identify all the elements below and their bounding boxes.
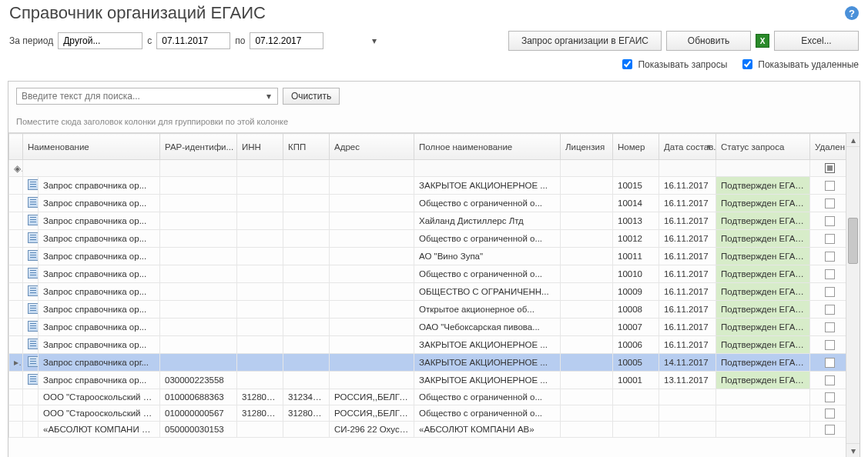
filter-icon[interactable]: ◈ — [9, 160, 23, 177]
table-row[interactable]: «АБСОЛЮТ КОМПАНИ АВ»050000030153СИ-296 2… — [9, 422, 846, 438]
cell-status — [716, 405, 810, 422]
chevron-down-icon[interactable]: ▾ — [372, 35, 377, 46]
cell-deleted[interactable] — [810, 354, 846, 372]
cell-deleted[interactable] — [810, 230, 846, 248]
request-org-button[interactable]: Запрос организации в ЕГАИС — [508, 31, 662, 51]
date-to-input[interactable] — [253, 35, 372, 47]
cell-rar — [160, 319, 237, 336]
cell-license — [561, 405, 613, 422]
show-deleted-checkbox[interactable]: Показывать удаленные — [739, 57, 859, 72]
row-indicator — [9, 230, 23, 248]
scroll-thumb[interactable] — [848, 218, 858, 264]
cell-deleted[interactable] — [810, 265, 846, 283]
table-row[interactable]: Запрос справочника ор...ОАО "Чебоксарска… — [9, 319, 846, 336]
cell-deleted[interactable] — [810, 319, 846, 336]
group-hint: Поместите сюда заголовок колонки для гру… — [8, 111, 860, 132]
row-icon-cell — [23, 336, 39, 354]
col-rar[interactable]: РАР-идентифи... — [160, 134, 237, 160]
col-inn[interactable]: ИНН — [237, 134, 283, 160]
cell-deleted[interactable] — [810, 336, 846, 354]
cell-deleted[interactable] — [810, 212, 846, 230]
table-row[interactable]: Запрос справочника ор...Общество с огран… — [9, 195, 846, 212]
table-row[interactable]: Запрос справочника ор...ОБЩЕСТВО С ОГРАН… — [9, 283, 846, 301]
scroll-down-icon[interactable]: ▾ — [846, 443, 860, 457]
deleted-checkbox[interactable] — [825, 181, 835, 191]
deleted-checkbox[interactable] — [825, 287, 835, 297]
excel-button[interactable]: Excel... — [774, 31, 859, 51]
row-indicator — [9, 389, 23, 405]
refresh-button[interactable]: Обновить — [666, 31, 751, 51]
col-license[interactable]: Лицензия — [561, 134, 613, 160]
show-requests-input[interactable] — [622, 59, 632, 69]
table-row[interactable]: Запрос справочника ор...ЗАКРЫТОЕ АКЦИОНЕ… — [9, 177, 846, 195]
cell-deleted[interactable] — [810, 372, 846, 389]
row-icon-cell — [23, 177, 39, 195]
chevron-down-icon[interactable]: ▾ — [264, 91, 274, 102]
table-row[interactable]: Запрос справочника ор...АО "Вино Зупа"10… — [9, 248, 846, 265]
search-input-combo[interactable]: ▾ — [16, 88, 278, 105]
deleted-checkbox[interactable] — [825, 252, 835, 262]
cell-number — [613, 389, 659, 405]
deleted-checkbox[interactable] — [825, 340, 835, 350]
table-row[interactable]: Запрос справочника ор...Хайланд Дистилле… — [9, 212, 846, 230]
deleted-checkbox[interactable] — [825, 234, 835, 244]
deleted-checkbox[interactable] — [825, 392, 835, 402]
table-row[interactable]: Запрос справочника ор...Общество с огран… — [9, 230, 846, 248]
table-row[interactable]: ▸Запрос справочника орг...ЗАКРЫТОЕ АКЦИО… — [9, 354, 846, 372]
table-row[interactable]: ООО "Старооскольский лике...010000688363… — [9, 389, 846, 405]
col-name[interactable]: Наименование — [23, 134, 160, 160]
cell-deleted[interactable] — [810, 405, 846, 422]
deleted-checkbox[interactable] — [825, 216, 835, 226]
col-fullname[interactable]: Полное наименование — [414, 134, 561, 160]
cell-status — [716, 389, 810, 405]
table-row[interactable]: Запрос справочника ор...Открытое акционе… — [9, 301, 846, 319]
deleted-filter-checkbox[interactable] — [825, 163, 835, 173]
show-requests-checkbox[interactable]: Показывать запросы — [619, 57, 727, 72]
date-to[interactable]: ▾ — [250, 32, 323, 49]
cell-status: Подтвержден ЕГАИС — [716, 195, 810, 212]
help-icon[interactable]: ? — [845, 6, 859, 20]
cell-deleted[interactable] — [810, 248, 846, 265]
cell-date: 16.11.2017 — [659, 230, 716, 248]
data-grid[interactable]: Наименование РАР-идентифи... ИНН КПП Адр… — [8, 133, 846, 438]
cell-number — [613, 422, 659, 438]
cell-license — [561, 389, 613, 405]
filter-row[interactable]: ◈ — [9, 160, 846, 177]
cell-deleted[interactable] — [810, 177, 846, 195]
show-deleted-label: Показывать удаленные — [758, 59, 859, 70]
search-input[interactable] — [20, 90, 264, 102]
cell-deleted[interactable] — [810, 195, 846, 212]
deleted-checkbox[interactable] — [825, 322, 835, 332]
col-number[interactable]: Номер — [613, 134, 659, 160]
col-status[interactable]: Статус запроса — [716, 134, 810, 160]
cell-inn — [237, 301, 283, 319]
period-select[interactable]: ▾ — [58, 32, 142, 49]
date-from[interactable]: ▾ — [156, 32, 230, 49]
row-indicator-header — [9, 134, 23, 160]
clear-button[interactable]: Очистить — [283, 88, 340, 105]
cell-fullname: ОБЩЕСТВО С ОГРАНИЧЕНН... — [414, 283, 561, 301]
table-row[interactable]: Запрос справочника ор...Общество с огран… — [9, 265, 846, 283]
deleted-checkbox[interactable] — [825, 425, 835, 435]
deleted-checkbox[interactable] — [825, 198, 835, 208]
table-row[interactable]: Запрос справочника ор...030000223558ЗАКР… — [9, 372, 846, 389]
deleted-checkbox[interactable] — [825, 409, 835, 419]
deleted-checkbox[interactable] — [825, 375, 835, 385]
scroll-up-icon[interactable]: ▴ — [846, 133, 860, 147]
col-address[interactable]: Адрес — [330, 134, 414, 160]
excel-icon[interactable]: X — [756, 34, 769, 48]
col-deleted[interactable]: Удален — [810, 134, 846, 160]
vertical-scrollbar[interactable]: ▴ ▾ — [846, 133, 860, 457]
show-deleted-input[interactable] — [742, 59, 752, 69]
deleted-checkbox[interactable] — [825, 358, 835, 368]
cell-deleted[interactable] — [810, 301, 846, 319]
cell-deleted[interactable] — [810, 389, 846, 405]
cell-deleted[interactable] — [810, 283, 846, 301]
col-kpp[interactable]: КПП — [283, 134, 330, 160]
deleted-checkbox[interactable] — [825, 305, 835, 315]
col-date[interactable]: Дата состав... ▼ — [659, 134, 716, 160]
table-row[interactable]: Запрос справочника ор...ЗАКРЫТОЕ АКЦИОНЕ… — [9, 336, 846, 354]
table-row[interactable]: ООО "Старооскольский лике...010000000567… — [9, 405, 846, 422]
cell-deleted[interactable] — [810, 422, 846, 438]
deleted-checkbox[interactable] — [825, 269, 835, 279]
